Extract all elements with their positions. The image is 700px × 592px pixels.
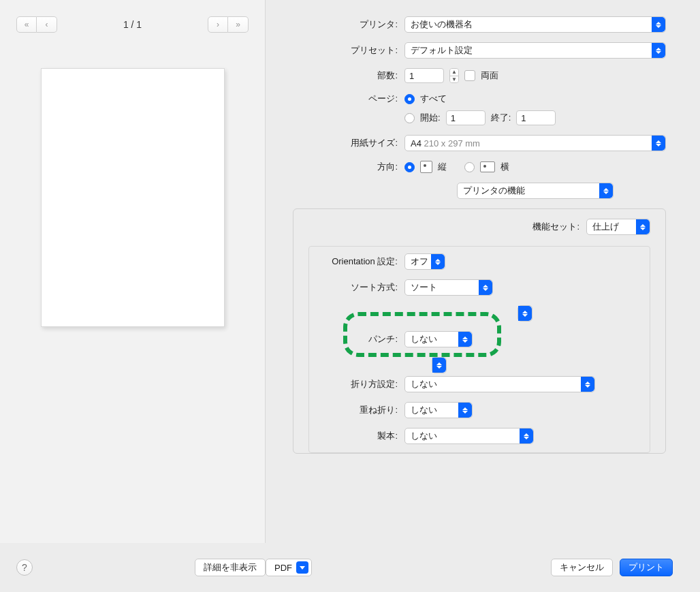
page-preview [41, 68, 225, 327]
row-orientation: 方向: 縦 横 [293, 161, 666, 173]
row-sort: ソート方式: ソート [316, 279, 643, 296]
bottom-left: ? 詳細を非表示 [16, 559, 266, 576]
feature-set-select[interactable]: 仕上げ [586, 219, 650, 235]
label-pages-to: 終了: [491, 112, 511, 124]
row-orientation-setting: Orientation 設定: オフ [316, 253, 643, 270]
label-punch: パンチ: [316, 333, 404, 345]
label-portrait: 縦 [438, 161, 447, 173]
fold-value: しない [411, 378, 437, 390]
cancel-button[interactable]: キャンセル [551, 559, 613, 576]
label-orientation: 方向: [293, 161, 404, 173]
section-value: プリンタの機能 [463, 185, 525, 197]
row-paper-size: 用紙サイズ: A4 210 x 297 mm [293, 135, 666, 151]
nav-buttons-next: › » [208, 16, 249, 33]
label-pages: ページ: [293, 93, 404, 105]
label-paper-size: 用紙サイズ: [293, 137, 404, 149]
booklet-value: しない [411, 430, 437, 442]
bottom-bar: ? 詳細を非表示 PDF キャンセル プリント [0, 543, 700, 592]
prev-page-button[interactable]: ‹ [37, 16, 57, 33]
paper-size-select[interactable]: A4 210 x 297 mm [404, 135, 666, 151]
chevrons-icon [581, 377, 594, 392]
row-preset: プリセット: デフォルト設定 [293, 42, 666, 59]
orient-landscape-radio[interactable] [464, 162, 475, 172]
row-hidden [316, 305, 643, 322]
overlap-fold-value: しない [411, 404, 437, 416]
print-dialog: « ‹ 1 / 1 › » プリンタ: お使いの機器名 [0, 0, 700, 592]
label-booklet: 製本: [316, 430, 404, 442]
feature-set-value: 仕上げ [592, 221, 619, 233]
row-copies: 部数: 1 ▲ ▼ 両面 [293, 68, 666, 83]
chevrons-icon [652, 136, 665, 151]
duplex-checkbox[interactable] [464, 70, 475, 81]
preview-pane: « ‹ 1 / 1 › » [0, 0, 266, 543]
first-page-button[interactable]: « [16, 16, 37, 33]
pdf-label: PDF [274, 563, 292, 573]
chevrons-icon [636, 219, 650, 234]
preset-value: デフォルト設定 [411, 44, 473, 57]
preset-select[interactable]: デフォルト設定 [404, 42, 666, 59]
row-pages-range: 開始: 1 終了: 1 [293, 110, 666, 125]
feature-panel: 機能セット: 仕上げ Orientation 設定: オフ [293, 208, 666, 454]
chevrons-icon [520, 429, 533, 443]
row-punch: パンチ: しない [316, 331, 643, 347]
nav-buttons-prev: « ‹ [16, 16, 57, 33]
row-printer: プリンタ: お使いの機器名 [293, 16, 666, 33]
chevrons-icon [432, 358, 446, 373]
label-sort: ソート方式: [316, 281, 404, 294]
chevrons-icon [652, 43, 665, 58]
printer-value: お使いの機器名 [411, 18, 473, 31]
chevrons-icon [479, 280, 492, 295]
row-section-select: プリンタの機能 [293, 183, 666, 199]
fold-select[interactable]: しない [404, 376, 595, 392]
label-overlap-fold: 重ね折り: [316, 404, 404, 416]
paper-size-dim: 210 x 297 mm [424, 138, 480, 149]
label-copies: 部数: [293, 69, 404, 82]
settings-pane: プリンタ: お使いの機器名 プリセット: デフォルト設定 [266, 0, 700, 543]
print-button[interactable]: プリント [620, 559, 673, 576]
label-preset: プリセット: [293, 44, 404, 57]
pages-from-input[interactable]: 1 [446, 110, 486, 125]
hidden-select-cap[interactable] [518, 305, 532, 322]
last-page-button[interactable]: » [228, 16, 249, 33]
sort-value: ソート [411, 281, 437, 294]
printer-select[interactable]: お使いの機器名 [404, 16, 666, 33]
label-pages-from: 開始: [420, 112, 441, 124]
stepper-down-icon[interactable]: ▼ [450, 76, 458, 83]
page-indicator: 1 / 1 [123, 19, 142, 30]
punch-select[interactable]: しない [404, 331, 473, 347]
pages-all-radio[interactable] [404, 94, 415, 104]
copies-stepper[interactable]: ▲ ▼ [449, 68, 459, 83]
feature-inner-panel: Orientation 設定: オフ ソート方式: ソート [308, 246, 650, 453]
preview-nav: « ‹ 1 / 1 › » [16, 16, 249, 33]
portrait-icon [420, 161, 432, 173]
chevrons-icon [431, 254, 445, 269]
pdf-menu-button[interactable]: PDF [266, 559, 312, 576]
row-fold: 折り方設定: しない [316, 376, 643, 392]
label-landscape: 横 [500, 161, 509, 173]
landscape-icon [480, 161, 495, 172]
help-button[interactable]: ? [16, 559, 33, 576]
stepper-up-icon[interactable]: ▲ [450, 69, 458, 76]
label-duplex: 両面 [481, 69, 498, 82]
next-page-button[interactable]: › [208, 16, 228, 33]
hide-details-button[interactable]: 詳細を非表示 [195, 559, 266, 576]
chevrons-icon [518, 306, 532, 321]
orient-portrait-radio[interactable] [404, 162, 415, 172]
section-select[interactable]: プリンタの機能 [457, 183, 614, 199]
punch-value: しない [411, 333, 437, 345]
overlap-fold-select[interactable]: しない [404, 402, 473, 418]
paper-size-value: A4 [411, 138, 421, 149]
orientation-setting-select[interactable]: オフ [404, 253, 445, 270]
label-fold: 折り方設定: [316, 378, 404, 390]
dialog-top: « ‹ 1 / 1 › » プリンタ: お使いの機器名 [0, 0, 700, 543]
chevrons-icon [458, 332, 472, 347]
bottom-right: PDF キャンセル プリント [266, 559, 673, 576]
pages-range-radio[interactable] [404, 113, 415, 123]
booklet-select[interactable]: しない [404, 428, 534, 444]
copies-input[interactable]: 1 [404, 68, 444, 83]
chevrons-icon [652, 17, 665, 32]
hidden2-select-cap[interactable] [432, 357, 447, 373]
chevrons-icon [458, 403, 472, 418]
sort-select[interactable]: ソート [404, 279, 493, 296]
pages-to-input[interactable]: 1 [516, 110, 556, 125]
